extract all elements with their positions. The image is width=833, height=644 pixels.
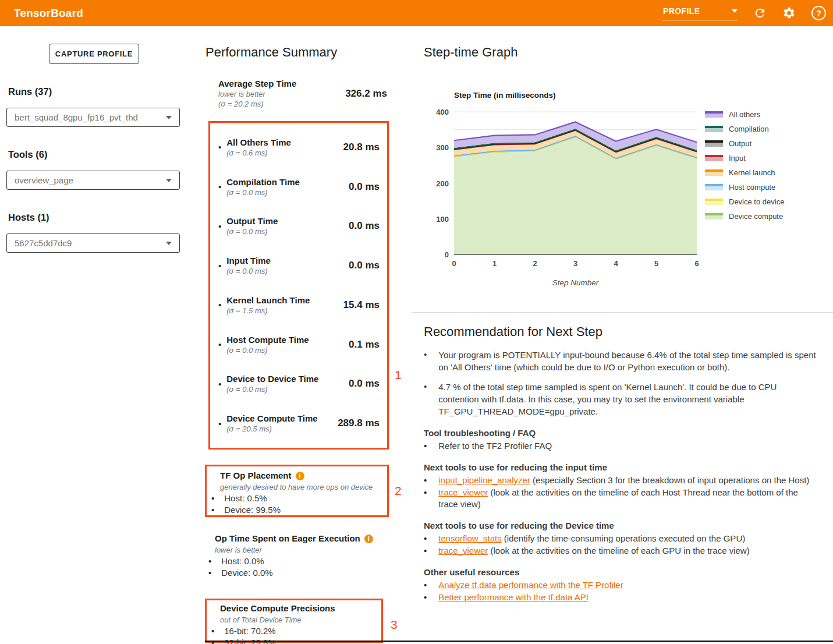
bullet: • [424,545,427,557]
list-item: •Device: 0.0% [208,567,389,579]
trace-viewer-link[interactable]: trace_viewer [438,487,488,497]
metric-value: 326.2 ms [345,88,387,100]
tf-op-placement-box: TF Op Placement i generally desired to h… [205,465,389,517]
chevron-down-icon [166,242,172,245]
svg-text:0: 0 [445,250,449,259]
performance-summary-title: Performance Summary [205,45,337,60]
step-time-panel: Step-time Graph Step Time (in millisecon… [412,26,833,644]
info-icon[interactable]: i [296,472,304,480]
legend-item: Device compute [705,212,784,221]
settings-icon[interactable] [782,6,796,20]
bullet: • [424,475,427,486]
legend-label: Input [729,154,746,162]
metric-sigma: (σ = 0.0 ms) [226,266,271,276]
svg-text:0: 0 [452,259,456,268]
chevron-down-icon [166,116,172,119]
legend-label: Kernel launch [729,168,775,177]
trace-viewer-link[interactable]: trace_viewer [438,546,488,555]
section-heading: Next tools to use for reducing the input… [424,462,818,473]
tf-op-placement-title: TF Op Placement [220,470,292,482]
section-item: •Refer to the TF2 Profiler FAQ [424,440,818,452]
chevron-down-icon [166,179,172,182]
section-heading: Next tools to use for reducing the Devic… [424,520,818,532]
bullet: • [208,555,211,567]
legend-label: Device compute [729,212,783,221]
list-item: •Device: 99.5% [210,504,385,516]
tensorflow-stats-link[interactable]: tensorflow_stats [438,533,501,543]
metric-value: 20.8 ms [343,141,380,153]
input-pipeline-analyzer-link[interactable]: input_pipeline_analyzer [438,475,530,485]
svg-text:5: 5 [654,259,658,268]
metric-label: Device Compute Time [226,413,317,424]
tensorboard-profile-page: TensorBoard PROFILE ? CAPTURE PROFILE Ru… [0,0,833,644]
sidebar: CAPTURE PROFILE Runs (37) bert_squad_8gp… [0,26,193,644]
metric-sigma: (σ = 0.0 ms) [226,227,278,236]
metric-sigma: (σ = 20.2 ms) [218,99,296,109]
metric-label: Compilation Time [226,176,300,187]
metric-label: Input Time [226,255,271,266]
dashboard-selector[interactable]: PROFILE [663,6,738,20]
section-item: •trace_viewer (look at the activities on… [424,487,818,510]
metric-label: Output Time [226,215,278,227]
bullet: • [424,579,427,591]
step-time-chart: Step Time (in milliseconds)0100200300400… [435,86,703,291]
section-divider [412,312,833,313]
metric-row: • Compilation Time (σ = 0.0 ms) 0.0 ms [218,176,380,197]
legend-item: Output [705,139,784,148]
legend-label: All others [729,110,760,119]
bullet: • [218,260,221,271]
annotation-number-2: 2 [395,484,402,498]
metric-row: • Device Compute Time (σ = 20.5 ms) 289.… [218,413,380,434]
refresh-icon[interactable] [753,6,767,20]
metric-value: 0.0 ms [349,378,380,390]
chevron-down-icon [732,9,738,13]
capture-profile-button[interactable]: CAPTURE PROFILE [49,44,139,64]
legend-swatch [705,213,723,220]
tools-label: Tools (6) [8,149,48,160]
metric-sigma: (σ = 0.0 ms) [226,384,318,394]
legend-swatch [705,184,723,190]
step-time-graph-title: Step-time Graph [424,45,517,60]
metric-label: Device to Device Time [226,373,318,384]
section-item: •tensorflow_stats (identify the time-con… [424,533,818,544]
section-heading: Tool troubleshooting / FAQ [424,427,818,439]
annotation-number-3: 3 [391,618,398,632]
metric-sigma: (σ = 1.5 ms) [226,306,310,316]
recommendation-bullet: •Your program is POTENTIALLY input-bound… [424,349,818,373]
legend-label: Host compute [729,183,775,192]
svg-text:3: 3 [573,259,577,268]
section-heading: Other useful resources [424,567,818,578]
tfdata-api-link[interactable]: Better performance with the tf.data API [438,592,589,602]
hosts-select[interactable]: 5627c5dd7dc9 [6,233,180,253]
legend-swatch [705,111,723,118]
bullet: • [424,381,427,417]
tools-select-value: overview_page [15,175,73,185]
bottom-divider [205,641,833,642]
metric-label: All Others Time [226,137,291,148]
compute-precisions-title: Device Compute Precisions [220,603,335,614]
bullet: • [208,567,211,579]
metric-row: • Device to Device Time (σ = 0.0 ms) 0.0… [218,373,380,394]
list-item: •16-bit: 70.2% [210,625,379,637]
bullet: • [424,349,427,373]
bullet: • [424,487,427,510]
legend-label: Output [729,139,752,148]
runs-select[interactable]: bert_squad_8gpu_fp16_pvt_thd [6,108,180,127]
eager-execution-block: Op Time Spent on Eager Execution i lower… [208,533,389,579]
svg-text:6: 6 [694,259,699,268]
bullet: • [424,533,427,544]
header-toolbar: PROFILE ? [663,0,826,26]
tools-select[interactable]: overview_page [6,171,180,190]
app-title: TensorBoard [14,7,83,20]
svg-text:1: 1 [492,259,497,268]
bullet: • [218,378,221,390]
tfdata-performance-link[interactable]: Analyze tf.data performance with the TF … [438,580,623,590]
list-item: •Host: 0.0% [208,555,389,567]
bullet: • [218,299,221,310]
metric-sigma: (σ = 20.5 ms) [226,424,317,434]
legend-item: All others [705,110,784,119]
info-icon[interactable]: i [364,535,373,543]
help-icon[interactable]: ? [811,6,826,20]
eager-execution-title: Op Time Spent on Eager Execution [215,533,360,544]
recommendation-bullet: •4.7 % of the total step time sampled is… [424,381,818,417]
